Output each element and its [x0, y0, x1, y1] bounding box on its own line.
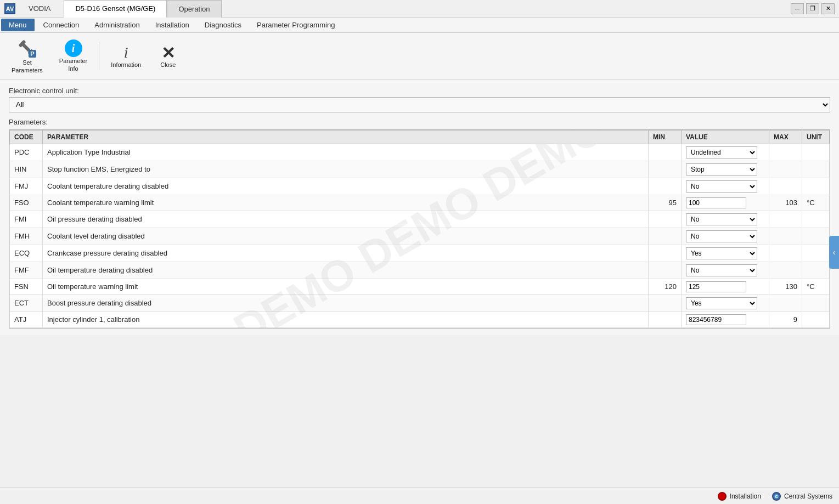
info-circle-icon: i — [65, 39, 82, 57]
menu-item-parameter-programming[interactable]: Parameter Programming — [249, 19, 342, 31]
cell-code-FMJ: FMJ — [10, 178, 43, 195]
cell-max-FMH — [769, 228, 802, 245]
cell-parameter-FMJ: Coolant temperature derating disabled — [43, 178, 649, 195]
col-header-min: MIN — [649, 130, 682, 144]
app-logo: AV — [4, 3, 15, 14]
cell-value-HIN[interactable]: StopRun — [682, 161, 769, 178]
window-controls: ─ ❐ ✕ — [791, 3, 835, 14]
col-header-value: VALUE — [682, 130, 769, 144]
value-input-FSN[interactable] — [686, 281, 746, 292]
cell-max-ATJ: 9 — [769, 312, 802, 327]
value-dropdown-ECT[interactable]: NoYes — [686, 297, 757, 309]
menu-item-menu[interactable]: Menu — [1, 19, 35, 31]
cell-parameter-FMH: Coolant level derating disabled — [43, 228, 649, 245]
table-row: PDCApplication Type IndustrialUndefinedI… — [10, 144, 830, 161]
cell-value-ECT[interactable]: NoYes — [682, 295, 769, 312]
cell-value-FMH[interactable]: NoYes — [682, 228, 769, 245]
table-row: FMHCoolant level derating disabledNoYes — [10, 228, 830, 245]
cell-parameter-FMI: Oil pressure derating disabled — [43, 211, 649, 228]
value-dropdown-FMF[interactable]: NoYes — [686, 264, 757, 276]
cell-value-ECQ[interactable]: NoYes — [682, 245, 769, 262]
cell-max-FSO: 103 — [769, 195, 802, 211]
table-row: FSNOil temperature warning limit120130°C — [10, 279, 830, 295]
parameter-info-button[interactable]: i ParameterInfo — [52, 37, 94, 76]
cell-code-ATJ: ATJ — [10, 312, 43, 327]
cell-parameter-PDC: Application Type Industrial — [43, 144, 649, 161]
col-header-parameter: PARAMETER — [43, 130, 649, 144]
cell-min-HIN — [649, 161, 682, 178]
menu-item-diagnostics[interactable]: Diagnostics — [197, 19, 249, 31]
value-input-ATJ[interactable] — [686, 314, 746, 325]
cell-min-FSN: 120 — [649, 279, 682, 295]
cell-max-FMF — [769, 262, 802, 279]
value-dropdown-PDC[interactable]: UndefinedIndustrialMarine — [686, 146, 757, 158]
app-name: VODIA — [20, 4, 59, 13]
value-dropdown-FMH[interactable]: NoYes — [686, 230, 757, 242]
cell-code-HIN: HIN — [10, 161, 43, 178]
cell-value-PDC[interactable]: UndefinedIndustrialMarine — [682, 144, 769, 161]
title-tabs: D5-D16 Genset (MG/GE) Operation — [64, 0, 221, 18]
cell-code-FMH: FMH — [10, 228, 43, 245]
cell-value-FMJ[interactable]: NoYes — [682, 178, 769, 195]
cell-value-FMI[interactable]: NoYes — [682, 211, 769, 228]
information-icon: i — [117, 44, 135, 61]
cell-unit-FMJ — [802, 178, 830, 195]
value-dropdown-FMI[interactable]: NoYes — [686, 213, 757, 225]
params-table-wrapper: DEMO DEMO DEMO CODE PARAMETER MIN VALUE … — [9, 129, 830, 329]
menu-item-connection[interactable]: Connection — [36, 19, 87, 31]
cell-value-FSO[interactable] — [682, 195, 769, 211]
toolbar: P SetParameters i ParameterInfo i Inform… — [0, 33, 839, 80]
params-label: Parameters: — [9, 118, 830, 126]
value-dropdown-ECQ[interactable]: NoYes — [686, 247, 757, 259]
value-dropdown-HIN[interactable]: StopRun — [686, 163, 757, 175]
menu-item-installation[interactable]: Installation — [148, 19, 197, 31]
cell-unit-FSO: °C — [802, 195, 830, 211]
table-row: FSOCoolant temperature warning limit9510… — [10, 195, 830, 211]
cell-min-ATJ — [649, 312, 682, 327]
wrench-p-icon: P — [16, 38, 37, 59]
value-input-FSO[interactable] — [686, 197, 746, 208]
table-row: FMFOil temperature derating disabledNoYe… — [10, 262, 830, 279]
minimize-button[interactable]: ─ — [791, 3, 804, 14]
cell-min-FMI — [649, 211, 682, 228]
cell-max-FMI — [769, 211, 802, 228]
ecu-dropdown[interactable]: All — [9, 97, 830, 112]
information-button[interactable]: i Information — [104, 41, 148, 71]
parameter-info-label: ParameterInfo — [59, 57, 87, 73]
side-panel-toggle[interactable]: ‹ — [829, 236, 839, 269]
ecu-label: Electronic control unit: — [9, 87, 830, 95]
cell-unit-ATJ — [802, 312, 830, 327]
cell-value-ATJ[interactable] — [682, 312, 769, 327]
cell-code-FSO: FSO — [10, 195, 43, 211]
cell-parameter-ECQ: Crankcase pressure derating disabled — [43, 245, 649, 262]
cell-parameter-FSO: Coolant temperature warning limit — [43, 195, 649, 211]
cell-min-FMJ — [649, 178, 682, 195]
title-bar-left: AV VODIA D5-D16 Genset (MG/GE) Operation — [4, 0, 222, 18]
cell-min-ECQ — [649, 245, 682, 262]
close-window-button[interactable]: ✕ — [821, 3, 835, 14]
table-row: ATJInjector cylinder 1, calibration9 — [10, 312, 830, 327]
title-tab-d5d16[interactable]: D5-D16 Genset (MG/GE) — [64, 0, 167, 18]
cell-unit-FSN: °C — [802, 279, 830, 295]
cell-code-PDC: PDC — [10, 144, 43, 161]
table-row: FMIOil pressure derating disabledNoYes — [10, 211, 830, 228]
col-header-code: CODE — [10, 130, 43, 144]
close-button[interactable]: ✕ Close — [150, 41, 185, 71]
table-row: FMJCoolant temperature derating disabled… — [10, 178, 830, 195]
cell-min-FMF — [649, 262, 682, 279]
cell-value-FSN[interactable] — [682, 279, 769, 295]
cell-max-ECT — [769, 295, 802, 312]
cell-unit-HIN — [802, 161, 830, 178]
restore-button[interactable]: ❐ — [806, 3, 819, 14]
cell-min-ECT — [649, 295, 682, 312]
cell-value-FMF[interactable]: NoYes — [682, 262, 769, 279]
cell-parameter-ATJ: Injector cylinder 1, calibration — [43, 312, 649, 327]
table-row: ECQCrankcase pressure derating disabledN… — [10, 245, 830, 262]
set-parameters-button[interactable]: P SetParameters — [4, 35, 50, 77]
value-dropdown-FMJ[interactable]: NoYes — [686, 180, 757, 192]
title-tab-operation[interactable]: Operation — [167, 0, 221, 18]
close-icon: ✕ — [159, 44, 177, 61]
params-table: CODE PARAMETER MIN VALUE MAX UNIT PDCApp… — [9, 130, 830, 328]
menu-item-administration[interactable]: Administration — [87, 19, 147, 31]
toolbar-divider — [99, 42, 99, 70]
